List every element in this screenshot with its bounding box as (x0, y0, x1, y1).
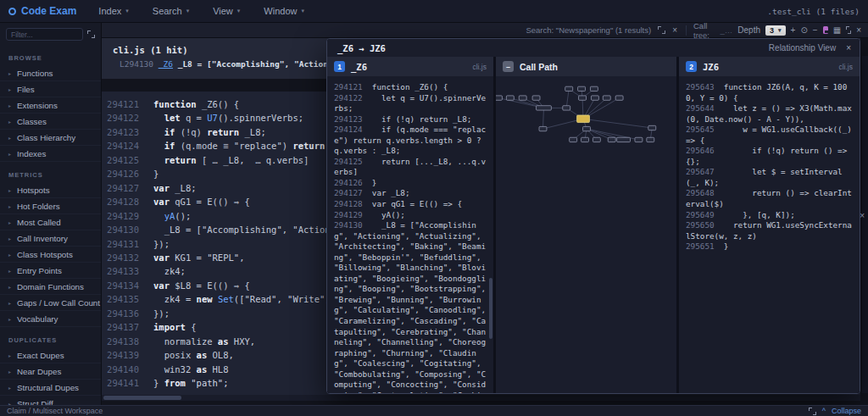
line-number: 294133 (102, 264, 139, 278)
result-function-link[interactable]: _Z6 (159, 59, 173, 69)
sidebar-item-gaps-low-call-count[interactable]: ▸Gaps / Low Call Count (0, 295, 101, 311)
grid-icon[interactable]: ▦ (833, 26, 841, 35)
call-node[interactable] (496, 96, 502, 100)
expand-icon[interactable] (846, 26, 851, 34)
relationship-titlebar[interactable]: _Z6 → JZ6 Relationship View × (327, 39, 860, 57)
sidebar-section-title-browse: BROWSE (8, 54, 101, 62)
depth-select[interactable]: 3 ▾ (765, 25, 786, 36)
call-node[interactable] (506, 96, 514, 100)
caret-up-icon: ^ (822, 407, 826, 415)
zoom-out-icon[interactable]: − (813, 26, 818, 35)
sidebar-item-domain-functions[interactable]: ▸Domain Functions (0, 279, 101, 295)
call-node[interactable] (583, 126, 591, 130)
sidebar-item-classes[interactable]: ▸Classes (0, 114, 101, 130)
call-node[interactable] (579, 96, 587, 100)
code-token: }); (153, 239, 170, 249)
code-token: var (153, 197, 175, 207)
sidebar-item-extensions[interactable]: ▸Extensions (0, 97, 101, 114)
menu-search[interactable]: Search ▾ (153, 6, 189, 16)
code-token: (); (175, 211, 191, 221)
right-scroll-track[interactable] (862, 56, 868, 393)
menu-index[interactable]: Index ▾ (98, 6, 128, 16)
line-code: var qG1 = E(() ⇒ { (153, 195, 250, 208)
call-node[interactable] (539, 126, 547, 130)
pane-code-line: 295643 function JZ6(A, q, K = 1000, Y = … (686, 82, 853, 103)
editor-horizontal-scrollbar[interactable] (102, 395, 860, 401)
call-node[interactable] (647, 137, 654, 141)
call-node[interactable] (519, 96, 526, 100)
pane2-body[interactable]: 295643 function JZ6(A, q, K = 1000, Y = … (679, 76, 860, 393)
sidebar-item-functions[interactable]: ▸Functions (0, 65, 101, 81)
call-node[interactable] (617, 137, 631, 141)
pane2-function-name: JZ6 (703, 62, 719, 72)
pane1-body[interactable]: 294121 function _Z6() {294122 let q = U7… (327, 76, 493, 393)
pane-line-number: 294123 (334, 114, 372, 124)
save-icon[interactable] (823, 26, 828, 34)
call-node[interactable] (591, 96, 598, 100)
close-search-icon[interactable]: × (672, 26, 677, 35)
code-token (153, 155, 164, 165)
sidebar-item-indexes[interactable]: ▸Indexes (0, 146, 101, 162)
app-logo[interactable]: Code Exam (0, 5, 85, 17)
sidebar-item-most-called[interactable]: ▸Most Called (0, 214, 101, 230)
call-node[interactable] (565, 86, 573, 91)
call-node[interactable] (570, 137, 577, 141)
code-token: if (164, 141, 181, 151)
call-node[interactable] (532, 96, 540, 100)
sidebar-item-label: Exact Dupes (17, 351, 64, 360)
sidebar-item-hotspots[interactable]: ▸Hotspots (0, 182, 101, 198)
call-node[interactable] (635, 137, 643, 141)
line-number: 294121 (102, 97, 139, 111)
menu-window-label: Window (264, 6, 297, 16)
menu-view[interactable]: View ▾ (213, 6, 240, 16)
pane1-scrollbar-thumb[interactable] (489, 278, 492, 339)
sidebar-item-class-hierarchy[interactable]: ▸Class Hierarchy (0, 130, 101, 146)
call-node[interactable] (608, 137, 615, 141)
call-node[interactable] (581, 137, 589, 141)
call-node[interactable] (537, 106, 552, 110)
sidebar-item-class-hotspots[interactable]: ▸Class Hotspots (0, 247, 101, 263)
call-node[interactable] (615, 96, 623, 100)
hidden-panel-close-icon[interactable]: × (860, 211, 865, 220)
pane1-header[interactable]: 1 _Z6 cli.js (327, 57, 493, 76)
call-node[interactable] (563, 106, 570, 110)
sidebar-item-entry-points[interactable]: ▸Entry Points (0, 263, 101, 279)
menu-view-label: View (213, 6, 233, 16)
sidebar-item-files[interactable]: ▸Files (0, 81, 101, 97)
close-calltree-icon[interactable]: × (856, 26, 861, 35)
menu-window[interactable]: Window ▾ (264, 6, 304, 16)
code-token: Set (218, 294, 234, 304)
sidebar-item-structural-dupes[interactable]: ▸Structural Dupes (0, 380, 101, 396)
sidebar-item-struct-diff[interactable]: ▸Struct Diff (0, 396, 101, 405)
zoom-in-icon[interactable]: + (791, 26, 796, 35)
sidebar-item-vocabulary[interactable]: ▸Vocabulary (0, 311, 101, 327)
expand-icon[interactable] (658, 26, 665, 34)
sidebar-item-hot-folders[interactable]: ▸Hot Folders (0, 198, 101, 214)
line-code: yA(); (153, 209, 191, 223)
call-node[interactable] (603, 96, 610, 100)
pane2-header[interactable]: 2 JZ6 cli.js (679, 57, 860, 76)
target-icon[interactable]: ⊙ (800, 26, 807, 35)
sidebar-item-call-inventory[interactable]: ▸Call Inventory (0, 230, 101, 247)
pane-code-line: 294123 if (!q) return _L8; (334, 114, 487, 125)
expand-icon[interactable] (809, 408, 816, 415)
callpath-body[interactable] (496, 76, 676, 393)
caret-down-icon: ▾ (186, 8, 190, 14)
close-relationship-icon[interactable]: × (846, 44, 851, 53)
scrollbar-thumb[interactable] (103, 396, 181, 400)
collapse-button[interactable]: Collapse (832, 407, 861, 415)
pane-code-line: 294126 } (334, 178, 487, 189)
line-number: 294131 (102, 237, 139, 251)
call-node[interactable] (593, 137, 600, 141)
sidebar-item-near-dupes[interactable]: ▸Near Dupes (0, 363, 101, 380)
call-path-graph[interactable] (496, 78, 676, 178)
sidebar-item-exact-dupes[interactable]: ▸Exact Dupes (0, 347, 101, 363)
code-token: let (164, 113, 186, 123)
call-node[interactable] (578, 86, 586, 91)
filter-input[interactable] (6, 28, 83, 41)
callpath-header[interactable]: – Call Path (496, 57, 676, 76)
call-node-highlighted[interactable] (577, 115, 590, 123)
refresh-icon[interactable] (87, 31, 95, 38)
call-node[interactable] (648, 125, 656, 130)
call-node[interactable] (590, 86, 598, 91)
